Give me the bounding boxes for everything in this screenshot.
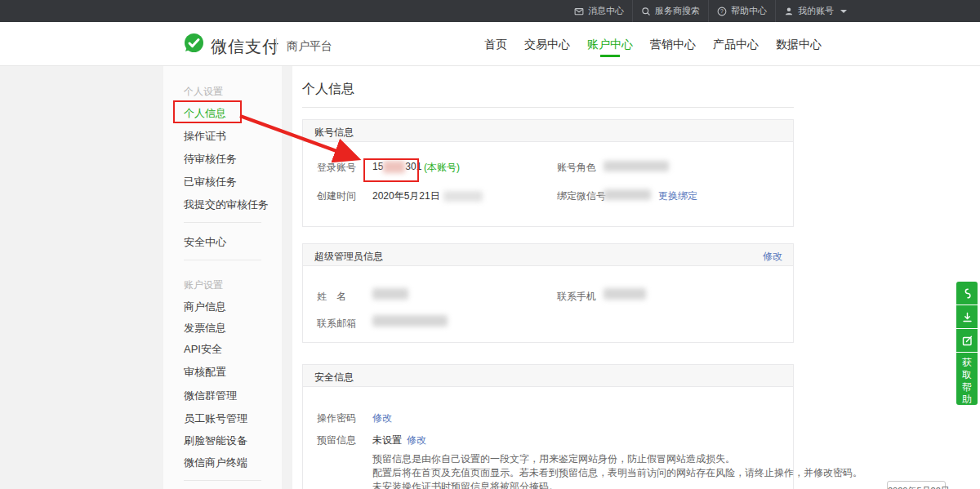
user-icon <box>784 7 794 16</box>
left-background-strip <box>0 66 163 489</box>
security-info-card-header: 安全信息 <box>303 365 793 387</box>
created-time-label: 创建时间 <box>317 189 356 203</box>
contact-email-label: 联系邮箱 <box>317 317 356 331</box>
sidebar-item-security-center[interactable]: 安全中心 <box>184 235 226 250</box>
download-icon <box>961 311 973 323</box>
sidebar-item-wechat-merchant-terminal[interactable]: 微信商户终端 <box>184 456 247 470</box>
wechat-pay-logo-icon <box>183 33 205 55</box>
floating-help-panel: 获取帮助 <box>956 282 978 405</box>
platform-subtitle: 商户平台 <box>287 39 332 54</box>
sidebar: 个人设置 个人信息 操作证书 待审核任务 已审核任务 我提交的审核任务 安全中心… <box>163 66 282 489</box>
name-label: 姓 名 <box>317 290 346 304</box>
reserved-info-desc-line1: 预留信息是由你自己设置的一段文字，用来鉴定网站身份，防止假冒网站造成损失。 <box>372 452 735 466</box>
admin-modify-link[interactable]: 修改 <box>763 250 782 264</box>
nav-marketing-center[interactable]: 营销中心 <box>650 38 696 62</box>
account-info-card-header: 账号信息 <box>303 120 793 142</box>
login-account-value: 15301 <box>372 161 421 173</box>
nav-home[interactable]: 首页 <box>484 38 507 62</box>
svg-text:?: ? <box>720 8 724 14</box>
feedback-button[interactable] <box>956 329 978 352</box>
card-header-title: 超级管理员信息 <box>314 250 383 264</box>
sidebar-item-staff-account-management[interactable]: 员工账号管理 <box>184 411 247 426</box>
created-time-value: 2020年5月21日 <box>372 189 483 203</box>
nav-account-center[interactable]: 账户中心 <box>587 38 633 62</box>
nav-product-center[interactable]: 产品中心 <box>713 38 759 62</box>
topbar-item-label: 我的账号 <box>798 5 834 17</box>
sidebar-item-reviewed-tasks[interactable]: 已审核任务 <box>184 175 237 189</box>
miniprogram-button[interactable] <box>956 282 978 305</box>
account-info-card: 账号信息 登录账号 15301 (本账号) 账号角色 创建时间 2020年5月2… <box>302 119 794 227</box>
sidebar-item-wechat-group-management[interactable]: 微信群管理 <box>184 389 237 403</box>
login-account-prefix: 15 <box>372 161 383 172</box>
get-help-label: 获取帮助 <box>962 357 973 406</box>
topbar-service-search[interactable]: 服务商搜索 <box>633 0 708 22</box>
created-time-redacted <box>443 191 483 202</box>
super-admin-card: 超级管理员信息 修改 姓 名 联系手机 联系邮箱 <box>302 243 794 343</box>
sidebar-item-operation-certificate[interactable]: 操作证书 <box>184 129 226 144</box>
sidebar-item-invoice-info[interactable]: 发票信息 <box>184 321 226 336</box>
sidebar-item-api-security[interactable]: API安全 <box>184 342 222 357</box>
sidebar-main-gap <box>282 66 292 489</box>
brand-divider <box>276 38 277 51</box>
nav-transaction-center[interactable]: 交易中心 <box>524 38 570 62</box>
brand-name: 微信支付 <box>211 36 279 58</box>
current-account-tag: (本账号) <box>424 161 460 175</box>
login-account-redacted <box>383 161 405 173</box>
download-button[interactable] <box>956 305 978 328</box>
main-nav: 首页 交易中心 账户中心 营销中心 产品中心 数据中心 <box>484 38 822 62</box>
header: 微信支付 商户平台 首页 交易中心 账户中心 营销中心 产品中心 数据中心 <box>0 22 980 66</box>
security-info-card: 安全信息 操作密码 修改 预留信息 未设置 修改 预留信息是由你自己设置的一段文… <box>302 364 794 489</box>
card-header-title: 账号信息 <box>314 126 354 140</box>
title-divider <box>302 107 794 108</box>
miniprogram-icon <box>961 287 973 300</box>
sidebar-divider <box>184 480 261 481</box>
help-icon: ? <box>717 7 727 16</box>
contact-phone-label: 联系手机 <box>557 290 596 304</box>
sidebar-item-pending-review-tasks[interactable]: 待审核任务 <box>184 152 237 167</box>
topbar-item-label: 帮助中心 <box>731 5 767 17</box>
contact-email-redacted <box>372 315 448 327</box>
topbar-my-account[interactable]: 我的账号 <box>776 0 855 22</box>
date-tooltip: 2020年5月22日 <box>887 481 946 489</box>
sidebar-item-review-config[interactable]: 审核配置 <box>184 365 226 380</box>
bound-wechat-label: 绑定微信号 <box>557 189 606 203</box>
operation-password-label: 操作密码 <box>317 411 356 425</box>
sidebar-item-merchant-info[interactable]: 商户信息 <box>184 300 226 314</box>
change-binding-link[interactable]: 更换绑定 <box>658 189 697 203</box>
password-modify-link[interactable]: 修改 <box>372 411 392 425</box>
search-icon <box>641 7 651 16</box>
reserved-info-desc-line2: 配置后将在首页及充值页面显示。若未看到预留信息，表明当前访问的网站存在风险，请终… <box>372 466 862 480</box>
sidebar-section-account-settings: 账户设置 <box>184 278 223 292</box>
edit-icon <box>961 335 973 347</box>
super-admin-card-header: 超级管理员信息 修改 <box>303 244 793 266</box>
nav-data-center[interactable]: 数据中心 <box>776 38 822 62</box>
sidebar-divider <box>184 260 261 260</box>
topbar-help-center[interactable]: ? 帮助中心 <box>709 0 775 22</box>
reserved-info-value: 未设置 <box>372 433 402 447</box>
account-role-label: 账号角色 <box>557 161 596 175</box>
topbar-item-label: 服务商搜索 <box>655 5 700 17</box>
reserved-modify-link[interactable]: 修改 <box>407 433 426 447</box>
reserved-info-desc-line3: 未安装操作证书时预留信息将被部分掩码。 <box>372 480 559 489</box>
topbar-item-label: 消息中心 <box>588 5 624 17</box>
topbar-items: 消息中心 服务商搜索 ? 帮助中心 <box>566 0 855 22</box>
mail-icon <box>574 7 584 16</box>
login-account-label: 登录账号 <box>317 161 356 175</box>
reserved-info-label: 预留信息 <box>317 433 356 447</box>
sidebar-divider <box>184 222 261 223</box>
topbar: 消息中心 服务商搜索 ? 帮助中心 <box>0 0 980 22</box>
page: 消息中心 服务商搜索 ? 帮助中心 <box>0 0 980 489</box>
contact-phone-redacted <box>604 288 646 300</box>
account-role-redacted <box>604 161 669 171</box>
get-help-button[interactable]: 获取帮助 <box>956 353 978 405</box>
created-time-text: 2020年5月21日 <box>372 190 440 202</box>
sidebar-item-face-device[interactable]: 刷脸智能设备 <box>184 433 247 448</box>
login-account-suffix: 301 <box>405 161 421 172</box>
chevron-down-icon <box>840 10 847 13</box>
topbar-message-center[interactable]: 消息中心 <box>566 0 632 22</box>
sidebar-item-personal-info[interactable]: 个人信息 <box>184 106 226 121</box>
sidebar-item-my-submitted-tasks[interactable]: 我提交的审核任务 <box>184 198 269 212</box>
card-header-title: 安全信息 <box>314 371 354 385</box>
bound-wechat-redacted <box>604 189 651 200</box>
name-redacted <box>372 288 408 300</box>
